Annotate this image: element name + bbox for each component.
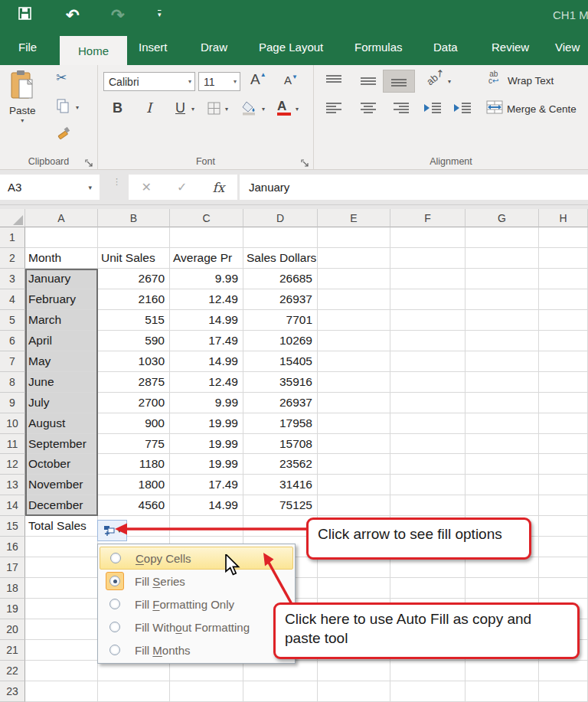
cell-C22[interactable] [170, 661, 243, 681]
cell-A4[interactable]: February [25, 289, 98, 310]
tab-data[interactable]: Data [433, 41, 458, 54]
cell-A21[interactable] [25, 640, 98, 661]
radio-icon[interactable] [109, 645, 120, 655]
cell-F4[interactable] [390, 289, 466, 310]
cell-B10[interactable]: 900 [98, 413, 170, 434]
cell-A16[interactable] [25, 537, 98, 557]
row-header-23[interactable]: 23 [0, 681, 25, 702]
cell-G11[interactable] [466, 434, 539, 455]
cell-H18[interactable] [539, 578, 588, 599]
tab-insert[interactable]: Insert [139, 41, 168, 54]
align-bottom-icon[interactable] [383, 70, 415, 93]
align-middle-icon[interactable] [360, 74, 377, 90]
cell-E14[interactable] [318, 495, 390, 516]
cell-D2[interactable]: Sales Dollars [243, 248, 318, 269]
cell-E1[interactable] [318, 227, 390, 248]
cell-E3[interactable] [318, 269, 390, 289]
cell-D23[interactable] [243, 681, 318, 702]
cell-D9[interactable]: 26937 [243, 393, 318, 413]
tab-draw[interactable]: Draw [201, 41, 227, 54]
cell-D5[interactable]: 7701 [243, 310, 318, 331]
cell-C7[interactable]: 14.99 [170, 351, 243, 372]
cell-E4[interactable] [318, 289, 390, 310]
cell-F1[interactable] [390, 227, 466, 248]
undo-icon[interactable]: ↶ [66, 6, 80, 24]
cell-B1[interactable] [98, 227, 170, 248]
select-all-corner[interactable] [0, 209, 25, 227]
cell-G3[interactable] [466, 269, 539, 289]
cell-H3[interactable] [539, 269, 588, 289]
cell-A13[interactable]: November [25, 475, 98, 495]
qat-customize-icon[interactable]: ▾ [158, 11, 162, 18]
decrease-font-icon[interactable]: A▼ [284, 73, 298, 87]
cell-H17[interactable] [539, 557, 588, 578]
cell-A20[interactable] [25, 619, 98, 640]
cell-D12[interactable]: 23562 [243, 454, 318, 475]
cell-H12[interactable] [539, 454, 588, 475]
menu-item-fill-months[interactable]: Fill Months [100, 638, 293, 661]
cell-B23[interactable] [98, 681, 170, 702]
cell-B13[interactable]: 1800 [98, 475, 170, 495]
align-top-icon[interactable] [325, 74, 342, 90]
wrap-text-icon[interactable]: abc↩ [488, 70, 498, 84]
cell-H7[interactable] [539, 351, 588, 372]
cell-H5[interactable] [539, 310, 588, 331]
cell-C15[interactable] [170, 516, 243, 537]
cell-H22[interactable] [539, 661, 588, 681]
orientation-icon[interactable]: ab↗ [424, 67, 446, 88]
cell-D4[interactable]: 26937 [243, 289, 318, 310]
font-size-select[interactable]: 11▾ [198, 72, 240, 91]
cell-H1[interactable] [539, 227, 588, 248]
column-header-G[interactable]: G [466, 209, 539, 227]
cell-G8[interactable] [466, 372, 539, 393]
row-header-4[interactable]: 4 [0, 289, 25, 310]
cell-A15[interactable]: Total Sales [25, 516, 98, 537]
copy-icon[interactable] [57, 99, 70, 116]
formula-input[interactable]: January [240, 175, 588, 200]
cell-C5[interactable]: 14.99 [170, 310, 243, 331]
italic-button[interactable]: I [146, 100, 152, 116]
cell-B9[interactable]: 2700 [98, 393, 170, 413]
cell-G13[interactable] [466, 475, 539, 495]
row-header-2[interactable]: 2 [0, 248, 25, 269]
cell-A22[interactable] [25, 661, 98, 681]
row-header-14[interactable]: 14 [0, 495, 25, 516]
cell-H6[interactable] [539, 331, 588, 351]
cancel-icon[interactable]: ✕ [142, 180, 152, 194]
cell-D7[interactable]: 15405 [243, 351, 318, 372]
cell-A7[interactable]: May [25, 351, 98, 372]
tab-file[interactable]: File [18, 41, 37, 54]
menu-item-fill-formatting-only[interactable]: Fill Formatting Only [100, 593, 293, 615]
increase-indent-icon[interactable] [453, 102, 472, 117]
row-header-6[interactable]: 6 [0, 331, 25, 351]
font-color-dropdown-icon[interactable]: ▾ [296, 106, 299, 113]
cell-E6[interactable] [318, 331, 390, 351]
cell-B3[interactable]: 2670 [98, 269, 170, 289]
cell-G12[interactable] [466, 454, 539, 475]
column-header-A[interactable]: A [25, 209, 98, 227]
menu-item-fill-series[interactable]: Fill Series [100, 570, 293, 593]
tab-home[interactable]: Home [60, 36, 127, 65]
row-header-19[interactable]: 19 [0, 599, 25, 619]
cell-A3[interactable]: January [25, 269, 98, 289]
row-header-21[interactable]: 21 [0, 640, 25, 661]
cell-H4[interactable] [539, 289, 588, 310]
orientation-dropdown-icon[interactable]: ▾ [448, 78, 451, 85]
radio-icon[interactable] [109, 622, 120, 632]
cell-H11[interactable] [539, 434, 588, 455]
format-painter-icon[interactable] [57, 126, 70, 143]
cell-G4[interactable] [466, 289, 539, 310]
cell-C10[interactable]: 19.99 [170, 413, 243, 434]
cut-icon[interactable]: ✂ [56, 70, 67, 86]
radio-icon[interactable] [109, 599, 120, 609]
cell-C23[interactable] [170, 681, 243, 702]
cell-D13[interactable]: 31416 [243, 475, 318, 495]
copy-dropdown-icon[interactable]: ▾ [76, 104, 79, 111]
cell-A14[interactable]: December [25, 495, 98, 516]
tab-page-layout[interactable]: Page Layout [259, 41, 323, 54]
cell-E8[interactable] [318, 372, 390, 393]
row-header-17[interactable]: 17 [0, 557, 25, 578]
cell-D6[interactable]: 10269 [243, 331, 318, 351]
cell-B8[interactable]: 2875 [98, 372, 170, 393]
cell-F10[interactable] [390, 413, 466, 434]
